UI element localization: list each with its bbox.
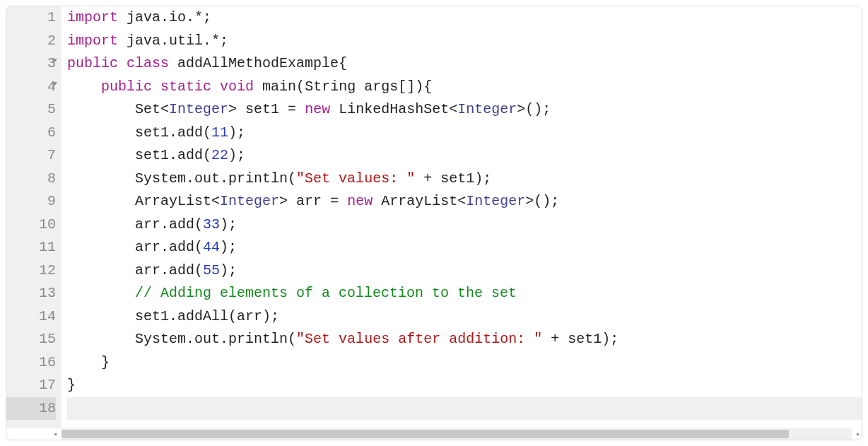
token-punc: ( xyxy=(194,262,203,278)
code-line[interactable]: import java.util.*; xyxy=(67,30,862,53)
token-punc: []){ xyxy=(398,78,432,95)
code-line[interactable]: // Adding elements of a collection to th… xyxy=(67,282,862,305)
token-op: + xyxy=(423,170,432,187)
token-id: addAllMethodExample xyxy=(169,55,339,71)
token-typ: Integer xyxy=(466,193,525,209)
token-id: set1 xyxy=(67,147,169,163)
code-line[interactable]: Set<Integer> set1 = new LinkedHashSet<In… xyxy=(67,98,862,122)
token-punc: ( xyxy=(203,124,211,141)
token-id: set1 xyxy=(432,170,474,187)
token-id: io xyxy=(169,9,186,25)
token-op: = xyxy=(330,193,339,209)
token-punc: > xyxy=(279,193,288,209)
token-id: add xyxy=(177,147,203,163)
token-num: 22 xyxy=(211,147,228,163)
line-number[interactable]: 15 xyxy=(6,328,56,351)
token-id: println xyxy=(228,331,288,347)
token-punc: ); xyxy=(262,308,279,324)
token-punc: . xyxy=(186,170,194,187)
line-number[interactable]: 13 xyxy=(6,282,56,305)
code-line[interactable]: ArrayList<Integer> arr = new ArrayList<I… xyxy=(67,190,862,213)
token-id: ArrayList xyxy=(67,193,211,209)
code-line[interactable]: } xyxy=(67,351,862,375)
scrollbar-thumb[interactable] xyxy=(61,430,789,438)
token-id: add xyxy=(177,124,203,141)
line-number[interactable]: 17 xyxy=(6,374,56,397)
line-number[interactable]: 7 xyxy=(6,144,56,168)
code-line[interactable]: System.out.println("Set values after add… xyxy=(67,328,862,351)
token-punc: > xyxy=(228,101,237,117)
line-number[interactable]: 11 xyxy=(6,236,56,259)
editor-body: 123456789101112131415161718 import java.… xyxy=(6,6,862,428)
token-id xyxy=(542,331,551,347)
line-number-gutter[interactable]: 123456789101112131415161718 xyxy=(6,6,61,428)
token-id: addAll xyxy=(177,308,228,324)
scroll-left-icon[interactable]: ◂ xyxy=(53,430,57,438)
code-line[interactable]: set1.add(11); xyxy=(67,122,862,145)
line-number[interactable]: 16 xyxy=(6,351,56,375)
line-number[interactable]: 18 xyxy=(6,397,56,421)
line-number[interactable]: 6 xyxy=(6,122,56,145)
token-punc: . xyxy=(160,239,169,255)
token-id: LinkedHashSet xyxy=(330,101,449,117)
token-id xyxy=(339,193,347,209)
token-typ: Integer xyxy=(169,101,228,117)
token-punc: ( xyxy=(203,147,211,163)
code-line[interactable]: System.out.println("Set values: " + set1… xyxy=(67,168,862,191)
token-kw: class xyxy=(127,55,169,71)
token-id: arr xyxy=(67,262,160,278)
code-line[interactable]: set1.add(22); xyxy=(67,144,862,168)
code-line[interactable]: arr.add(44); xyxy=(67,236,862,259)
code-line[interactable]: import java.io.*; xyxy=(67,6,862,30)
token-id: ArrayList xyxy=(373,193,457,209)
token-op: = xyxy=(288,101,296,117)
token-id: println xyxy=(228,170,288,187)
line-number[interactable]: 8 xyxy=(6,168,56,191)
line-number[interactable]: 2 xyxy=(6,30,56,53)
token-punc: { xyxy=(339,55,347,71)
token-kw: public xyxy=(101,78,152,95)
code-line[interactable]: arr.add(33); xyxy=(67,213,862,237)
line-number[interactable]: 14 xyxy=(6,305,56,329)
token-punc: < xyxy=(211,193,220,209)
token-punc: . xyxy=(160,216,169,233)
code-line[interactable]: public static void main(String args[]){ xyxy=(67,76,862,99)
token-num: 11 xyxy=(211,124,228,141)
code-area[interactable]: import java.io.*;import java.util.*;publ… xyxy=(61,6,862,428)
fold-toggle-icon[interactable] xyxy=(52,59,57,63)
line-number[interactable]: 1 xyxy=(6,6,56,30)
token-id xyxy=(67,285,135,301)
token-cmt: // Adding elements of a collection to th… xyxy=(135,285,517,301)
token-kw: static xyxy=(160,78,211,95)
token-num: 55 xyxy=(203,262,220,278)
scroll-right-icon[interactable]: ▸ xyxy=(856,430,860,438)
code-line[interactable] xyxy=(67,397,862,421)
token-punc: .*; xyxy=(186,9,211,25)
token-punc: >(); xyxy=(517,101,551,117)
line-number[interactable]: 10 xyxy=(6,213,56,237)
line-number[interactable]: 4 xyxy=(6,76,56,99)
code-line[interactable]: public class addAllMethodExample{ xyxy=(67,52,862,76)
line-number[interactable]: 12 xyxy=(6,259,56,283)
token-punc: . xyxy=(160,33,169,49)
fold-toggle-icon[interactable] xyxy=(52,82,57,86)
token-punc: ); xyxy=(602,331,618,347)
token-punc: . xyxy=(169,124,177,141)
code-line[interactable]: set1.addAll(arr); xyxy=(67,305,862,329)
token-id: set1 xyxy=(67,124,169,141)
line-number[interactable]: 5 xyxy=(6,98,56,122)
token-punc: ); xyxy=(228,147,245,163)
token-id xyxy=(415,170,423,187)
token-punc: ( xyxy=(288,170,296,187)
line-number[interactable]: 3 xyxy=(6,52,56,76)
horizontal-scrollbar[interactable]: ◂ ▸ xyxy=(61,428,852,440)
token-str: "Set values: " xyxy=(296,170,415,187)
token-id: Set xyxy=(67,101,160,117)
code-line[interactable]: arr.add(55); xyxy=(67,259,862,283)
token-id: set1 xyxy=(67,308,169,324)
token-punc: < xyxy=(160,101,169,117)
token-id xyxy=(296,101,305,117)
token-id: main xyxy=(254,78,296,95)
line-number[interactable]: 9 xyxy=(6,190,56,213)
code-line[interactable]: } xyxy=(67,374,862,397)
